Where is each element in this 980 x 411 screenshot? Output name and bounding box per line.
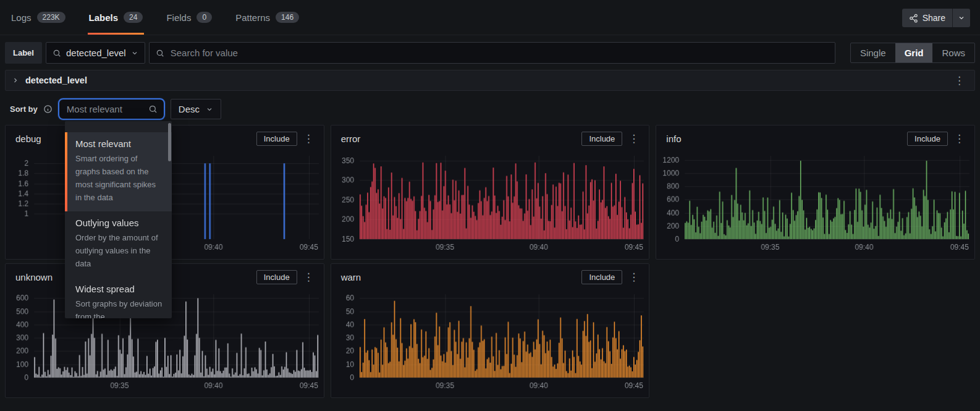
sort-row: Sort by Desc (5, 98, 975, 120)
menu-item-outlying-values[interactable]: Outlying values Order by the amount of o… (65, 211, 172, 278)
menu-scrollbar-thumb[interactable] (168, 123, 171, 161)
layout-option-grid[interactable]: Grid (895, 43, 933, 62)
sort-options-menu: Most relevant Smart ordering of graphs b… (65, 121, 172, 318)
include-button[interactable]: Include (256, 132, 297, 146)
share-button[interactable]: Share (902, 9, 952, 27)
share-split-button: Share (902, 9, 970, 27)
tab-labels[interactable]: Labels 24 (88, 0, 145, 35)
panel-info: info Include ⋮ (656, 125, 975, 260)
panel-kebab-menu-icon[interactable]: ⋮ (625, 271, 643, 284)
include-button[interactable]: Include (581, 270, 622, 284)
menu-item-title: Outlying values (75, 218, 163, 228)
layout-option-single[interactable]: Single (851, 43, 895, 62)
info-chart (656, 151, 974, 254)
info-icon[interactable] (43, 104, 53, 114)
sort-by-label: Sort by (10, 104, 38, 114)
label-select-value: detected_level (66, 48, 126, 58)
include-button[interactable]: Include (256, 270, 297, 284)
menu-item-widest-spread[interactable]: Widest spread Sort graphs by deviation f… (65, 278, 172, 318)
top-tab-bar: Logs 223K Labels 24 Fields 0 Patterns 14… (0, 0, 980, 35)
tab-logs[interactable]: Logs 223K (10, 0, 67, 35)
share-dropdown-toggle[interactable] (952, 9, 970, 27)
layout-option-rows[interactable]: Rows (932, 43, 974, 62)
tab-labels-count-badge: 24 (124, 12, 143, 23)
chevron-down-icon (958, 14, 965, 22)
tab-fields-label: Fields (166, 12, 191, 23)
tab-patterns-label: Patterns (235, 12, 270, 23)
menu-item-description: Smart ordering of graphs based on the mo… (75, 152, 163, 204)
sort-direction-select[interactable]: Desc (171, 99, 221, 119)
chevron-right-icon[interactable] (12, 77, 19, 84)
tab-fields-count-badge: 0 (196, 12, 212, 23)
panel-warn: warn Include ⋮ (331, 263, 650, 398)
menu-item-description: Sort graphs by deviation from the (75, 297, 163, 318)
include-button[interactable]: Include (907, 132, 948, 146)
label-select[interactable]: detected_level (46, 42, 145, 64)
panel-error: error Include ⋮ (331, 125, 650, 260)
include-button[interactable]: Include (581, 132, 622, 146)
panel-kebab-menu-icon[interactable]: ⋮ (300, 132, 318, 145)
tab-patterns-count-badge: 146 (276, 12, 299, 23)
panel-kebab-menu-icon[interactable]: ⋮ (625, 132, 643, 145)
tab-patterns[interactable]: Patterns 146 (234, 0, 300, 35)
search-icon (53, 49, 61, 57)
tab-logs-count-badge: 223K (37, 12, 65, 23)
tab-labels-label: Labels (89, 12, 119, 23)
search-icon (156, 49, 164, 57)
warn-chart (331, 289, 649, 392)
label-chip: Label (5, 42, 42, 64)
panel-title: info (666, 133, 681, 144)
panel-kebab-menu-icon[interactable]: ⋮ (300, 271, 318, 284)
search-icon (148, 104, 158, 114)
layout-toggle-group: Single Grid Rows (850, 43, 975, 63)
detected-level-collapse-row[interactable]: detected_level ⋮ (5, 70, 975, 91)
menu-item-title: Most relevant (75, 138, 163, 149)
error-chart (331, 151, 649, 254)
tab-fields[interactable]: Fields 0 (165, 0, 213, 35)
row-kebab-menu-icon[interactable]: ⋮ (950, 74, 968, 87)
share-label: Share (923, 13, 945, 23)
chevron-down-icon (206, 106, 213, 113)
menu-item-title: Widest spread (75, 284, 163, 294)
sort-direction-value: Desc (179, 104, 200, 114)
filter-row: Label detected_level Single Grid Rows (5, 42, 975, 64)
tab-logs-label: Logs (11, 12, 32, 23)
panel-title: debug (15, 133, 41, 144)
value-search-input[interactable] (169, 47, 829, 59)
panel-title: unknown (15, 272, 53, 282)
chevron-down-icon (131, 49, 138, 57)
sort-select-box (58, 98, 165, 120)
value-search-box (149, 42, 835, 64)
menu-item-description: Order by the amount of outlying values i… (75, 231, 163, 270)
menu-item-most-relevant[interactable]: Most relevant Smart ordering of graphs b… (65, 132, 172, 211)
panel-kebab-menu-icon[interactable]: ⋮ (950, 132, 968, 145)
share-icon (909, 14, 918, 23)
panel-title: error (341, 133, 361, 144)
panel-title: warn (341, 272, 361, 282)
collapse-row-title: detected_level (25, 75, 87, 85)
sort-select-input[interactable] (65, 103, 143, 115)
